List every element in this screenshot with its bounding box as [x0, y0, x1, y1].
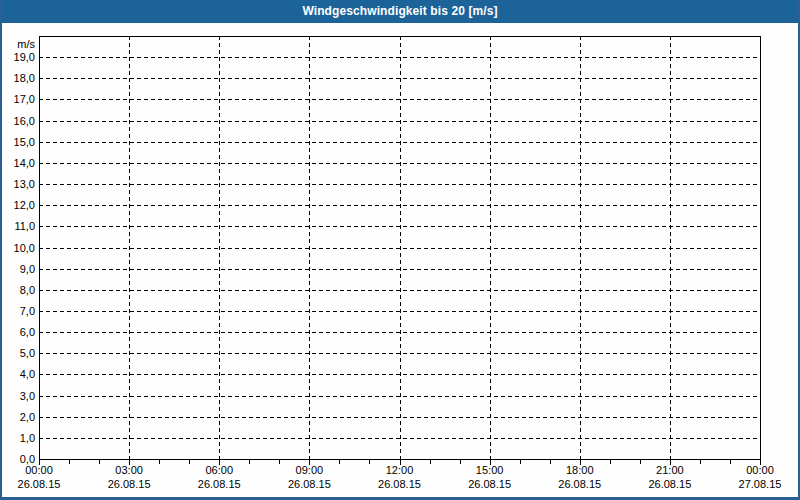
y-tick-label: 13,0 — [14, 178, 35, 190]
y-tick-label: 5,0 — [20, 347, 35, 359]
chart-title-bar: Windgeschwindigkeit bis 20 [m/s] — [0, 0, 800, 23]
x-tick-date-label: 26.08.15 — [378, 478, 421, 490]
x-tick-time-label: 21:00 — [656, 464, 684, 476]
x-tick-date-label: 27.08.15 — [739, 478, 782, 490]
y-tick-label: 18,0 — [14, 72, 35, 84]
x-tick-time-label: 00:00 — [25, 464, 53, 476]
y-tick-label: 14,0 — [14, 157, 35, 169]
x-axis-labels: 00:0026.08.1503:0026.08.1506:0026.08.150… — [18, 464, 782, 490]
y-tick-label: 12,0 — [14, 199, 35, 211]
x-tick-time-label: 15:00 — [476, 464, 504, 476]
x-tick-time-label: 00:00 — [746, 464, 774, 476]
x-tick-date-label: 26.08.15 — [198, 478, 241, 490]
gridlines — [39, 36, 760, 459]
x-tick-time-label: 03:00 — [115, 464, 143, 476]
x-tick-date-label: 26.08.15 — [288, 478, 331, 490]
y-tick-label: 15,0 — [14, 136, 35, 148]
y-tick-label: 1,0 — [20, 432, 35, 444]
x-tick-date-label: 26.08.15 — [648, 478, 691, 490]
y-tick-label: 10,0 — [14, 242, 35, 254]
x-tick-time-label: 12:00 — [386, 464, 414, 476]
y-tick-label: 7,0 — [20, 305, 35, 317]
x-tick-date-label: 26.08.15 — [18, 478, 61, 490]
y-tick-label: 6,0 — [20, 326, 35, 338]
y-tick-label: 3,0 — [20, 390, 35, 402]
y-tick-label: 16,0 — [14, 115, 35, 127]
y-axis-unit-label: m/s — [17, 38, 35, 50]
y-tick-label: 17,0 — [14, 93, 35, 105]
y-axis-labels: 0,01,02,03,04,05,06,07,08,09,010,011,012… — [14, 38, 36, 465]
x-tick-date-label: 26.08.15 — [468, 478, 511, 490]
x-tick-time-label: 09:00 — [296, 464, 324, 476]
x-tick-date-label: 26.08.15 — [558, 478, 601, 490]
y-tick-label: 9,0 — [20, 263, 35, 275]
x-tick-time-label: 06:00 — [205, 464, 233, 476]
x-tick-time-label: 18:00 — [566, 464, 594, 476]
chart-title: Windgeschwindigkeit bis 20 [m/s] — [302, 4, 497, 18]
y-tick-label: 4,0 — [20, 368, 35, 380]
y-tick-label: 11,0 — [14, 220, 35, 232]
y-tick-label: 2,0 — [20, 411, 35, 423]
wind-speed-chart: 0,01,02,03,04,05,06,07,08,09,010,011,012… — [0, 0, 800, 500]
y-tick-label: 8,0 — [20, 284, 35, 296]
y-tick-label: 19,0 — [14, 51, 35, 63]
x-tick-date-label: 26.08.15 — [108, 478, 151, 490]
chart-window: Windgeschwindigkeit bis 20 [m/s] 0,01,02… — [0, 0, 800, 500]
